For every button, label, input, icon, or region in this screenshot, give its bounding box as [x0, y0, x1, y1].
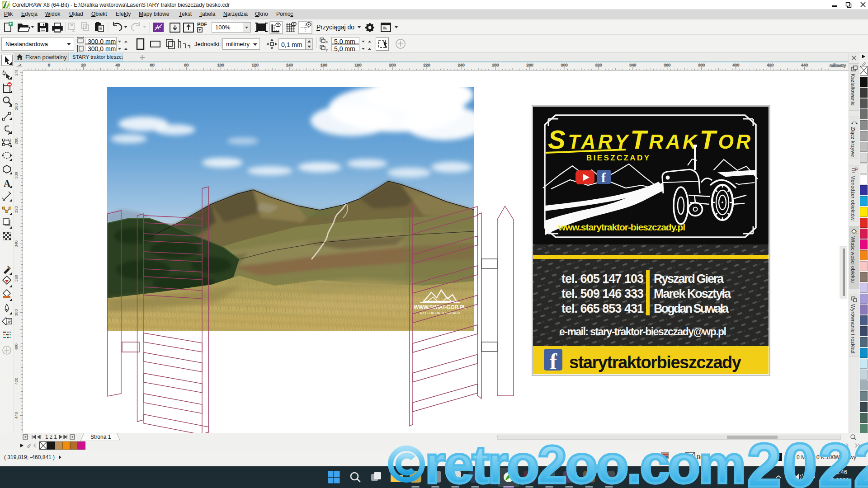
svg-text:Przyciągaj do: Przyciągaj do: [316, 23, 354, 31]
svg-text:PDF: PDF: [197, 22, 207, 27]
svg-text:Marek Kosztyła: Marek Kosztyła: [654, 287, 731, 300]
svg-text:440: 440: [801, 63, 808, 67]
svg-text:WWW.SWIAT-GOR.PL: WWW.SWIAT-GOR.PL: [414, 304, 466, 310]
svg-text:380: 380: [698, 63, 705, 67]
svg-text:20: 20: [81, 63, 85, 67]
svg-text:e-mail: stary-traktor-bieszcza: e-mail: stary-traktor-bieszczady@wp.pl: [559, 326, 726, 338]
svg-text:320: 320: [595, 63, 602, 67]
svg-text:240: 240: [458, 63, 464, 67]
svg-text:milimetry: milimetry: [830, 63, 846, 68]
svg-text:tel. 665 853 431: tel. 665 853 431: [561, 302, 644, 315]
svg-text:100: 100: [217, 63, 224, 67]
svg-text:420: 420: [767, 63, 774, 67]
svg-text:CZYLI BLOG O GÓRACH: CZYLI BLOG O GÓRACH: [420, 311, 460, 314]
svg-text:260: 260: [492, 63, 499, 67]
svg-text:440: 440: [14, 412, 19, 419]
svg-text:40: 40: [115, 63, 120, 67]
svg-text:160: 160: [321, 63, 327, 67]
svg-text:starytraktorbieszczady: starytraktorbieszczady: [569, 353, 741, 372]
svg-text:A: A: [4, 178, 11, 189]
svg-text:140: 140: [286, 63, 293, 67]
svg-text:y: y: [326, 47, 328, 52]
svg-text:260: 260: [14, 103, 19, 110]
svg-text:280: 280: [14, 137, 19, 144]
svg-text:340: 340: [629, 63, 636, 67]
svg-text:380: 380: [14, 309, 19, 316]
svg-text:240: 240: [14, 70, 19, 76]
svg-text:400: 400: [14, 343, 19, 350]
svg-text:220: 220: [424, 63, 430, 67]
svg-text:f: f: [601, 170, 606, 185]
svg-text:Ryszard Giera: Ryszard Giera: [654, 272, 724, 286]
svg-text:300: 300: [14, 172, 19, 178]
svg-text:360: 360: [14, 275, 19, 282]
svg-text:x: x: [326, 40, 328, 44]
svg-text:320: 320: [14, 206, 19, 213]
svg-text:Bogdan Suwała: Bogdan Suwała: [654, 302, 729, 315]
svg-text:300: 300: [561, 63, 567, 67]
svg-text:www.starytraktor-bieszczady.pl: www.starytraktor-bieszczady.pl: [558, 222, 685, 232]
svg-text:tel. 605 147 103: tel. 605 147 103: [561, 272, 644, 286]
svg-text:180: 180: [355, 63, 362, 67]
svg-text:120: 120: [252, 63, 259, 67]
svg-text:360: 360: [664, 63, 670, 67]
svg-text:400: 400: [732, 63, 739, 67]
svg-text:280: 280: [526, 63, 533, 67]
svg-text:200: 200: [389, 63, 396, 67]
svg-text:0: 0: [48, 63, 50, 67]
svg-text:60: 60: [150, 63, 154, 67]
svg-text:f: f: [550, 349, 557, 373]
svg-text:340: 340: [14, 240, 19, 247]
svg-text:420: 420: [14, 378, 19, 385]
svg-text:tel. 509 146 333: tel. 509 146 333: [561, 287, 644, 300]
svg-text:80: 80: [184, 63, 189, 67]
